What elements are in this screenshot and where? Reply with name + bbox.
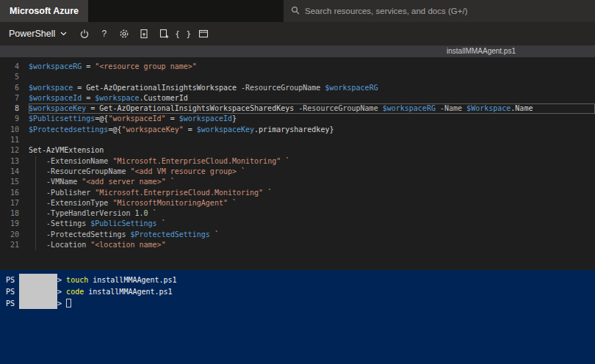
code-line[interactable]: 14 -ResourceGroupName "<add VM resource … [0,167,595,177]
code-line[interactable]: 12Set-AzVMExtension [0,145,595,156]
redacted-path [19,285,57,297]
line-number: 16 [0,188,19,198]
code-text: -VMName "<add server name>" ` [29,177,595,187]
code-area: 4$workspaceRG = "<resource group name>"5… [0,62,595,250]
line-number: 14 [0,167,19,177]
redacted-path [19,297,57,309]
prompt-char: > [57,299,66,307]
terminal-command: touch [66,276,88,284]
code-line[interactable]: 5 [0,72,595,82]
editor-filename[interactable]: installMMAAgent.ps1 [447,47,516,55]
azure-brand[interactable]: Microsoft Azure [0,0,88,22]
prompt-char: > [57,288,66,296]
code-text [29,72,595,82]
new-session-icon[interactable] [154,22,173,46]
code-text: $workspaceRG = "<resource group name>" [29,62,595,72]
terminal-lines: PS > touch installMMAAgent.ps1PS > code … [6,274,595,309]
code-line[interactable]: 17 -ExtensionType "MicrosoftMonitoringAg… [0,198,595,208]
code-text: $workspaceKey = Get-AzOperationalInsight… [29,103,595,114]
terminal-prompt: PS [6,299,19,307]
terminal-cursor [66,299,71,307]
azure-topbar: Microsoft Azure Search resources, servic… [0,0,595,22]
line-number: 10 [0,125,19,135]
line-number: 7 [0,93,19,103]
editor-tabstrip: installMMAAgent.ps1 [0,46,595,57]
redacted-path [19,274,57,285]
code-line[interactable]: 19 -Settings $PublicSettings ` [0,219,595,229]
line-number: 17 [0,198,19,208]
power-icon[interactable] [74,22,94,46]
line-number: 4 [0,62,19,72]
code-line[interactable]: 11 [0,135,595,145]
code-text: -TypeHandlerVersion 1.0 ` [29,208,595,219]
code-text: -ExtensionType "MicrosoftMonitoringAgent… [29,198,595,208]
line-number: 6 [0,83,19,93]
search-icon [291,4,300,18]
line-number: 5 [0,72,19,82]
code-text: $Protectedsettings=@{"workspaceKey" = $w… [29,125,595,135]
code-text: $workspaceId = $workspace.CustomerId [29,93,595,103]
line-number: 18 [0,208,19,219]
line-number: 21 [0,240,19,250]
code-text: -Location "<location name>" [29,240,595,250]
code-line[interactable]: 4$workspaceRG = "<resource group name>" [0,62,595,72]
code-text [29,135,595,145]
search-placeholder: Search resources, services, and docs (G+… [305,7,467,15]
code-line[interactable]: 18 -TypeHandlerVersion 1.0 ` [0,208,595,219]
terminal-prompt: PS [6,276,19,284]
web-preview-icon[interactable] [193,22,213,46]
code-text: -Publisher "Microsoft.EnterpriseCloud.Mo… [29,188,595,198]
code-line[interactable]: 6$workspace = Get-AzOperationalInsightsW… [0,83,595,93]
code-text: -Settings $PublicSettings ` [29,219,595,229]
shell-selector[interactable]: PowerShell [7,22,74,46]
terminal[interactable]: PS > touch installMMAAgent.ps1PS > code … [0,270,595,364]
code-line[interactable]: 20 -ProtectedSettings $ProtectedSettings… [0,230,595,240]
indent-guide [35,156,36,250]
code-line[interactable]: 16 -Publisher "Microsoft.EnterpriseCloud… [0,188,595,198]
code-line[interactable]: 8$workspaceKey = Get-AzOperationalInsigh… [0,103,595,114]
line-number: 8 [0,103,19,114]
line-number: 13 [0,156,19,167]
code-line[interactable]: 7$workspaceId = $workspace.CustomerId [0,93,595,103]
terminal-command: code [66,288,84,296]
help-icon[interactable]: ? [94,22,114,46]
code-editor[interactable]: 4$workspaceRG = "<resource group name>"5… [0,57,595,270]
terminal-argument: installMMAAgent.ps1 [84,288,172,296]
code-line[interactable]: 10$Protectedsettings=@{"workspaceKey" = … [0,125,595,135]
line-number: 9 [0,114,19,124]
global-search[interactable]: Search resources, services, and docs (G+… [284,0,595,22]
line-number: 11 [0,135,19,145]
code-line[interactable]: 9$Publicsettings=@{"workspaceId" = $work… [0,114,595,124]
topbar-spacer [88,0,284,22]
code-line[interactable]: 21 -Location "<location name>" [0,240,595,250]
chevron-down-icon [60,32,67,36]
code-text: -ExtensionName "Microsoft.EnterpriseClou… [29,156,595,167]
toolbar-icons: ? { } [74,22,213,46]
code-text: -ProtectedSettings $ProtectedSettings ` [29,230,595,240]
code-text: $Publicsettings=@{"workspaceId" = $works… [29,114,595,124]
open-editor-icon[interactable]: { } [173,22,193,46]
line-number: 19 [0,219,19,229]
shell-selector-label: PowerShell [9,29,55,39]
terminal-prompt: PS [6,288,19,296]
code-text: $workspace = Get-AzOperationalInsightsWo… [29,83,595,93]
code-text: -ResourceGroupName "<add VM resource gro… [29,167,595,177]
terminal-line: PS > touch installMMAAgent.ps1 [6,274,595,285]
code-line[interactable]: 13 -ExtensionName "Microsoft.EnterpriseC… [0,156,595,167]
cloudshell-toolbar: PowerShell ? [0,22,595,46]
terminal-line: PS > [6,297,595,309]
settings-icon[interactable] [114,22,134,46]
upload-download-icon[interactable] [134,22,154,46]
line-number: 12 [0,145,19,156]
line-number: 20 [0,230,19,240]
code-text: Set-AzVMExtension [29,145,595,156]
code-line[interactable]: 15 -VMName "<add server name>" ` [0,177,595,187]
line-number: 15 [0,177,19,187]
terminal-argument: installMMAAgent.ps1 [88,276,176,284]
prompt-char: > [57,276,66,284]
terminal-line: PS > code installMMAAgent.ps1 [6,285,595,297]
